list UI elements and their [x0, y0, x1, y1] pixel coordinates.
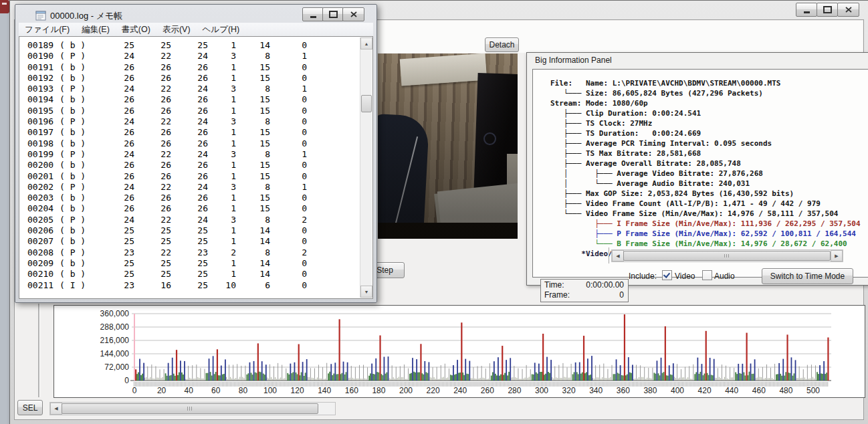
log-row: 00203( b )2626261150 [27, 193, 359, 203]
info-line: └─── Video Frame Size (Min/Ave/Max): 14,… [550, 209, 868, 219]
frame-size-chart[interactable]: 360,000288,000216,000144,00072,000002040… [53, 305, 865, 398]
info-panel-content: File: Name: L:\PRIVATE\AVCHD\BDMV\STREAM… [532, 69, 868, 278]
svg-text:280: 280 [508, 386, 521, 395]
info-line: ├─── Average Overall Bitrate: 28,085,748 [550, 158, 868, 169]
notepad-close-button[interactable] [342, 7, 364, 21]
svg-text:288,000: 288,000 [100, 322, 130, 332]
close-icon [350, 11, 357, 17]
scroll-left-arrow-icon[interactable]: ◀ [612, 250, 624, 261]
log-row: 00197( b )2626261150 [27, 127, 359, 138]
time-value: 0:00:00.00 [586, 280, 624, 290]
info-line: ├─── TS Duration: 0:00:24.669 [550, 128, 868, 138]
log-row: 00208( P )232223282 [27, 247, 359, 258]
video-checkbox[interactable] [662, 270, 672, 280]
close-icon [845, 7, 852, 13]
menu-format[interactable]: 書式(O) [116, 24, 156, 35]
info-line: │ └─── Average Audio Bitrate: 240,031 [550, 179, 868, 189]
svg-text:220: 220 [427, 386, 440, 395]
step-label: Step [376, 266, 393, 275]
notepad-scrollbar-thumb[interactable] [361, 95, 372, 112]
svg-text:500: 500 [806, 386, 820, 395]
info-line: ├─── Clip Duration: 0:00:24.541 [550, 108, 868, 118]
bottom-scrollbar[interactable]: ◀ [49, 402, 336, 415]
scroll-right-arrow-icon[interactable]: ▶ [831, 250, 843, 261]
log-row: 00190( P )242224381 [27, 51, 359, 62]
info-line: └─── Size: 86,605,824 Bytes (427,296 Pac… [550, 88, 868, 98]
audio-checkbox[interactable] [702, 270, 712, 280]
log-row: 00198( b )2626261150 [27, 138, 359, 149]
notepad-text-area[interactable]: 00189( b )252525114000190( P )2422243810… [19, 36, 373, 299]
svg-text:340: 340 [589, 386, 603, 395]
scrollbar-thumb[interactable] [623, 251, 831, 261]
detach-label: Detach [489, 40, 514, 49]
svg-text:144,000: 144,000 [100, 349, 130, 358]
splitter-line [609, 247, 609, 263]
info-line: ├─── Average PCR Timing Interval: 0.095 … [550, 138, 868, 148]
bottom-scroll-left-arrow-icon[interactable]: ◀ [50, 403, 62, 415]
info-line: ├─── TS Clock: 27MHz [550, 118, 868, 128]
timeline-scrollbar[interactable]: ◀ ▶ [611, 249, 843, 262]
log-row: 00200( b )2626261150 [27, 160, 359, 171]
background-app-icon[interactable] [0, 0, 9, 13]
info-line: File: Name: L:\PRIVATE\AVCHD\BDMV\STREAM… [550, 78, 868, 88]
info-tree: File: Name: L:\PRIVATE\AVCHD\BDMV\STREAM… [550, 78, 868, 259]
time-frame-box: Time: 0:00:00.00 Frame: 0 [540, 279, 629, 302]
svg-text:180: 180 [372, 386, 385, 395]
svg-text:72,000: 72,000 [104, 362, 129, 372]
log-row: 00189( b )2525251140 [27, 40, 359, 51]
svg-text:420: 420 [698, 386, 712, 395]
info-panel-title: Big Information Panel [535, 56, 612, 65]
menu-edit[interactable]: 編集(E) [76, 24, 116, 35]
log-row: 00193( P )242224381 [27, 84, 359, 94]
notepad-vertical-scrollbar[interactable]: ▲ ▼ [360, 37, 372, 298]
menu-view[interactable]: 表示(V) [156, 24, 197, 35]
svg-text:100: 100 [263, 386, 277, 395]
log-rows: 00189( b )252525114000190( P )2422243810… [27, 40, 359, 291]
bottom-scrollbar-thumb[interactable] [62, 403, 318, 414]
chart-canvas[interactable]: 360,000288,000216,000144,00072,000002040… [54, 306, 863, 396]
svg-text:60: 60 [211, 386, 221, 395]
svg-text:200: 200 [399, 386, 413, 395]
svg-text:0: 0 [132, 386, 137, 395]
notepad-maximize-button[interactable] [322, 7, 344, 21]
log-row: 00211( I )2316251060 [27, 280, 359, 291]
main-close-button[interactable] [837, 3, 859, 17]
switch-time-mode-button[interactable]: Switch to Time Mode [762, 268, 853, 284]
svg-text:260: 260 [481, 386, 494, 395]
menu-help[interactable]: ヘルプ(H) [197, 24, 246, 35]
main-minimize-button[interactable] [796, 3, 817, 17]
svg-text:0: 0 [124, 376, 129, 385]
log-row: 00202( P )242224381 [27, 182, 359, 193]
notepad-minimize-button[interactable] [302, 7, 324, 21]
notepad-title[interactable]: 00000.log - メモ帳 [50, 10, 122, 22]
log-row: 00196( P )242224380 [27, 116, 359, 127]
sel-button[interactable]: SEL [17, 400, 43, 415]
svg-text:140: 140 [318, 386, 331, 395]
svg-text:40: 40 [185, 386, 194, 395]
svg-text:20: 20 [157, 386, 167, 395]
audio-checkbox-label[interactable]: Audio [714, 272, 735, 281]
notepad-menubar: ファイル(F)編集(E)書式(O)表示(V)ヘルプ(H) [19, 23, 373, 37]
photo-shading [378, 54, 518, 239]
scroll-down-arrow-icon[interactable]: ▼ [360, 286, 372, 298]
info-line: ├─── Max GOP Size: 2,053,824 Bytes (16,4… [550, 189, 868, 199]
svg-text:240: 240 [453, 386, 467, 395]
main-maximize-button[interactable] [817, 3, 838, 17]
detach-button[interactable]: Detach [485, 37, 519, 52]
svg-text:460: 460 [752, 386, 766, 395]
svg-text:380: 380 [643, 386, 657, 395]
menu-file[interactable]: ファイル(F) [19, 24, 76, 35]
log-row: 00201( b )2626261150 [27, 171, 359, 182]
frame-value: 0 [619, 290, 624, 300]
svg-text:160: 160 [345, 386, 358, 395]
vertical-zoom-slider[interactable] [38, 304, 39, 397]
time-label: Time: [544, 280, 564, 290]
log-row: 00195( b )2626261150 [27, 106, 359, 116]
svg-text:320: 320 [562, 386, 576, 395]
video-checkbox-label[interactable]: Video [675, 272, 695, 281]
log-row: 00191( b )2626261150 [27, 62, 359, 73]
svg-text:400: 400 [671, 386, 684, 395]
include-label: Include: [629, 272, 657, 281]
scroll-up-arrow-icon[interactable]: ▲ [360, 37, 372, 49]
log-row: 00207( b )2525251140 [27, 236, 359, 247]
